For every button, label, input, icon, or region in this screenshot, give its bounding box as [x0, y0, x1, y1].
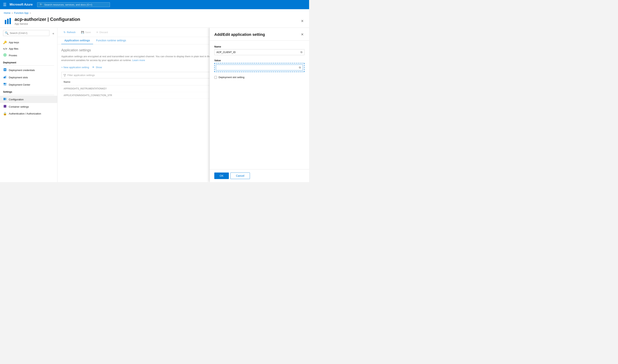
sidebar-item-container-settings-label: Container settings: [9, 105, 29, 108]
sidebar-collapse-button[interactable]: «: [51, 31, 56, 36]
svg-rect-16: [6, 98, 7, 100]
ok-button[interactable]: OK: [214, 172, 229, 179]
configuration-icon: [3, 97, 7, 102]
name-form-group: Name ⧉: [214, 45, 304, 55]
sidebar-section-deployment: Deployment: [0, 59, 57, 65]
svg-rect-2: [9, 18, 11, 24]
authentication-icon: 🔒: [3, 112, 7, 116]
value-input[interactable]: [218, 66, 297, 69]
sidebar-item-app-keys[interactable]: 🔑 App keys: [0, 39, 57, 46]
side-panel-title: Add/Edit application setting: [214, 32, 265, 37]
sidebar-section-settings: Settings: [0, 88, 57, 94]
name-input-wrapper: ⧉: [214, 49, 304, 55]
main-content-area: ↻ Refresh 💾 Save ✕ Discard Application s…: [57, 28, 309, 182]
svg-rect-13: [4, 84, 6, 86]
svg-rect-1: [7, 19, 9, 24]
sidebar-divider-settings: [3, 95, 54, 95]
sidebar-item-configuration-label: Configuration: [9, 98, 24, 101]
deployment-credentials-icon: [3, 68, 7, 72]
copy-value-icon[interactable]: ⧉: [299, 66, 301, 69]
key-icon: 🔑: [3, 40, 7, 44]
svg-rect-0: [5, 20, 6, 24]
svg-rect-15: [5, 98, 6, 100]
resource-header: acp-authorizer | Configuration App Servi…: [0, 16, 309, 27]
sidebar-item-configuration[interactable]: Configuration: [0, 96, 57, 103]
proxies-icon: [3, 53, 7, 57]
copy-name-icon[interactable]: ⧉: [301, 51, 302, 54]
sidebar-item-deployment-credentials-label: Deployment credentials: [9, 69, 35, 72]
svg-point-4: [4, 54, 6, 55]
svg-rect-10: [6, 76, 6, 78]
svg-rect-12: [5, 83, 6, 84]
sidebar-item-deployment-credentials[interactable]: Deployment credentials: [0, 66, 57, 74]
svg-rect-8: [4, 77, 5, 78]
svg-rect-14: [4, 98, 5, 100]
resource-title-block: acp-authorizer | Configuration App Servi…: [14, 17, 80, 25]
sidebar-divider-deployment: [3, 65, 54, 66]
breadcrumb-home[interactable]: Home: [4, 12, 11, 14]
deployment-slot-checkbox[interactable]: [214, 76, 217, 79]
deployment-slots-icon: [3, 75, 7, 79]
name-input[interactable]: [216, 51, 299, 54]
svg-rect-6: [4, 69, 6, 69]
sidebar-item-app-files-label: App files: [9, 47, 18, 50]
search-icon: 🔍: [40, 3, 43, 6]
add-edit-panel: Add/Edit application setting ✕ Name ⧉: [210, 28, 309, 182]
global-search-bar[interactable]: 🔍 Search resources, services, and docs (…: [37, 2, 110, 7]
breadcrumb: Home > Function App >: [0, 9, 309, 16]
value-label: Value: [214, 59, 304, 62]
breadcrumb-function-app[interactable]: Function App: [14, 12, 28, 14]
deployment-slot-row: Deployment slot setting: [214, 76, 304, 79]
deployment-slot-label: Deployment slot setting: [219, 76, 244, 79]
sidebar-search-bar[interactable]: 🔍: [3, 30, 49, 36]
content-area: 🔍 « 🔑 App keys </> App files: [0, 27, 309, 182]
resource-subtitle: App Service: [14, 22, 80, 25]
sidebar-item-container-settings[interactable]: Container settings: [0, 103, 57, 110]
cancel-button[interactable]: Cancel: [230, 172, 250, 179]
sidebar-search-icon: 🔍: [5, 31, 9, 35]
sidebar-item-app-keys-label: App keys: [9, 41, 19, 44]
hamburger-menu-icon[interactable]: ☰: [3, 2, 7, 7]
value-dashed-wrapper: ⧉: [214, 63, 304, 72]
sidebar-item-app-files[interactable]: </> App files: [0, 46, 57, 52]
container-settings-icon: [3, 104, 7, 109]
svg-rect-9: [5, 76, 6, 78]
sidebar-item-proxies-label: Proxies: [9, 54, 17, 57]
main-container: Home > Function App > acp-authorizer | C…: [0, 9, 309, 182]
resource-title: acp-authorizer | Configuration: [14, 17, 80, 22]
value-form-group: Value ⧉: [214, 59, 304, 72]
svg-rect-7: [4, 70, 6, 70]
sidebar-item-deployment-slots-label: Deployment slots: [9, 76, 28, 79]
sidebar: 🔍 « 🔑 App keys </> App files: [0, 28, 57, 182]
sidebar-item-deployment-slots[interactable]: Deployment slots: [0, 74, 57, 81]
name-label: Name: [214, 45, 304, 48]
header-close-icon[interactable]: ✕: [299, 18, 305, 24]
top-navigation-bar: ☰ Microsoft Azure 🔍 Search resources, se…: [0, 0, 309, 9]
svg-rect-11: [4, 83, 5, 84]
svg-rect-5: [4, 68, 6, 71]
side-panel-close-icon[interactable]: ✕: [300, 32, 304, 37]
side-panel-footer: OK Cancel: [210, 169, 309, 182]
side-panel-body: Name ⧉ Value ⧉: [210, 40, 309, 169]
sidebar-search-input[interactable]: [10, 32, 48, 35]
breadcrumb-sep1: >: [12, 12, 13, 14]
value-input-inner: ⧉: [216, 65, 303, 70]
sidebar-item-deployment-center[interactable]: Deployment Center: [0, 81, 57, 88]
sidebar-item-authentication[interactable]: 🔒 Authentication / Authorization: [0, 110, 57, 117]
code-icon: </>: [3, 48, 7, 50]
side-panel-header: Add/Edit application setting ✕: [210, 28, 309, 40]
sidebar-item-authentication-label: Authentication / Authorization: [9, 112, 41, 115]
breadcrumb-sep2: >: [30, 12, 31, 14]
svg-rect-17: [4, 105, 6, 108]
sidebar-item-deployment-center-label: Deployment Center: [9, 83, 30, 86]
resource-icon: [4, 17, 12, 25]
deployment-center-icon: [3, 82, 7, 87]
app-title: Microsoft Azure: [10, 3, 33, 6]
sidebar-item-proxies[interactable]: Proxies: [0, 52, 57, 59]
search-placeholder-text: Search resources, services, and docs (G+…: [44, 3, 92, 6]
